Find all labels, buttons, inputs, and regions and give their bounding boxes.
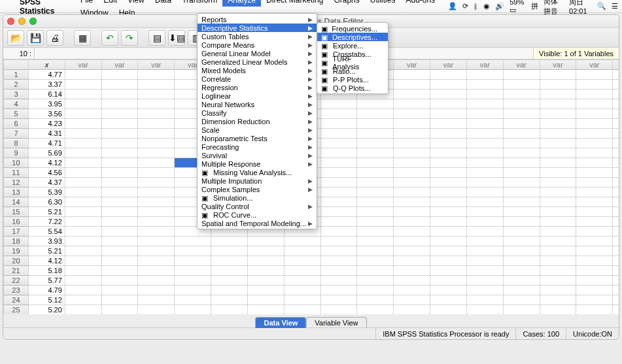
cell-empty[interactable] bbox=[320, 148, 357, 158]
cell-empty[interactable] bbox=[576, 178, 613, 188]
cell-empty[interactable] bbox=[175, 256, 211, 266]
cell-empty[interactable] bbox=[394, 129, 430, 139]
cell-empty[interactable] bbox=[430, 207, 467, 217]
cell-empty[interactable] bbox=[138, 99, 175, 109]
cell-empty[interactable] bbox=[357, 295, 394, 305]
cell-empty[interactable] bbox=[101, 246, 138, 256]
cell-empty[interactable] bbox=[357, 305, 394, 315]
cell-empty[interactable] bbox=[101, 139, 138, 148]
goto-variable-button[interactable]: ⬇▤ bbox=[168, 30, 185, 46]
column-header-blank[interactable]: var bbox=[466, 60, 503, 70]
row-number[interactable]: 10 bbox=[4, 158, 29, 168]
cell-empty[interactable] bbox=[430, 246, 467, 256]
cell-empty[interactable] bbox=[394, 295, 430, 305]
cell-empty[interactable] bbox=[357, 276, 394, 286]
row-number[interactable]: 20 bbox=[4, 256, 29, 266]
cell-empty[interactable] bbox=[65, 217, 101, 227]
cell-x[interactable]: 5.77 bbox=[28, 276, 65, 286]
cell-empty[interactable] bbox=[394, 286, 430, 295]
desc-item-descriptives[interactable]: ▣Descriptives... bbox=[317, 33, 388, 41]
cell-x[interactable]: 4.23 bbox=[28, 119, 65, 129]
cell-empty[interactable] bbox=[101, 178, 138, 188]
cell-empty[interactable] bbox=[138, 90, 175, 99]
analyze-item-missing-value-analysis[interactable]: ▣Missing Value Analysis... bbox=[198, 168, 317, 176]
analyze-item-survival[interactable]: Survival▶ bbox=[198, 151, 317, 159]
cell-empty[interactable] bbox=[320, 266, 357, 276]
cell-empty[interactable] bbox=[65, 286, 101, 295]
cell-empty[interactable] bbox=[65, 266, 101, 276]
cell-empty[interactable] bbox=[65, 70, 101, 80]
cell-empty[interactable] bbox=[503, 109, 540, 119]
cell-empty[interactable] bbox=[503, 178, 540, 188]
cell-empty[interactable] bbox=[576, 256, 613, 266]
cell-empty[interactable] bbox=[613, 295, 619, 305]
cell-empty[interactable] bbox=[503, 188, 540, 197]
analyze-item-multiple-response[interactable]: Multiple Response▶ bbox=[198, 159, 317, 168]
cell-empty[interactable] bbox=[503, 276, 540, 286]
cell-empty[interactable] bbox=[394, 227, 430, 237]
row-number[interactable]: 14 bbox=[4, 197, 29, 207]
cell-empty[interactable] bbox=[613, 305, 619, 315]
cell-empty[interactable] bbox=[430, 70, 467, 80]
cell-empty[interactable] bbox=[613, 158, 619, 168]
analyze-item-correlate[interactable]: Correlate▶ bbox=[198, 74, 317, 83]
cell-empty[interactable] bbox=[65, 80, 101, 90]
cell-empty[interactable] bbox=[576, 266, 613, 276]
cell-empty[interactable] bbox=[320, 256, 357, 266]
ime-icon[interactable]: 拼 bbox=[531, 1, 538, 11]
cell-empty[interactable] bbox=[320, 99, 357, 109]
cell-empty[interactable] bbox=[466, 168, 503, 178]
cell-empty[interactable] bbox=[284, 276, 320, 286]
cell-empty[interactable] bbox=[430, 178, 467, 188]
cell-empty[interactable] bbox=[357, 197, 394, 207]
cell-empty[interactable] bbox=[320, 295, 357, 305]
cell-x[interactable]: 5.21 bbox=[28, 246, 65, 256]
analyze-item-neural-networks[interactable]: Neural Networks▶ bbox=[198, 100, 317, 108]
cell-empty[interactable] bbox=[65, 90, 101, 99]
cell-empty[interactable] bbox=[503, 119, 540, 129]
row-number[interactable]: 25 bbox=[4, 305, 29, 315]
minimize-button[interactable] bbox=[18, 18, 26, 25]
cell-empty[interactable] bbox=[613, 139, 619, 148]
analyze-item-mixed-models[interactable]: Mixed Models▶ bbox=[198, 66, 317, 74]
cell-empty[interactable] bbox=[65, 276, 101, 286]
column-header-blank[interactable]: var bbox=[576, 60, 613, 70]
cell-empty[interactable] bbox=[65, 246, 101, 256]
menu-data[interactable]: Data bbox=[150, 0, 177, 7]
menu-view[interactable]: View bbox=[122, 0, 150, 7]
cell-empty[interactable] bbox=[613, 266, 619, 276]
cell-empty[interactable] bbox=[540, 178, 576, 188]
cell-empty[interactable] bbox=[576, 158, 613, 168]
cell-empty[interactable] bbox=[540, 80, 576, 90]
cell-empty[interactable] bbox=[320, 168, 357, 178]
cell-empty[interactable] bbox=[466, 266, 503, 276]
desc-item-q-q-plots[interactable]: ▣Q-Q Plots... bbox=[317, 84, 388, 92]
menu-add-ons[interactable]: Add-ons bbox=[400, 0, 440, 7]
cell-empty[interactable] bbox=[503, 90, 540, 99]
cell-empty[interactable] bbox=[101, 237, 138, 246]
row-number[interactable]: 23 bbox=[4, 286, 29, 295]
spotlight-icon[interactable]: 🔍 bbox=[597, 2, 606, 10]
cell-empty[interactable] bbox=[138, 295, 175, 305]
cell-empty[interactable] bbox=[430, 109, 467, 119]
analyze-item-general-linear-model[interactable]: General Linear Model▶ bbox=[198, 49, 317, 58]
cell-empty[interactable] bbox=[101, 266, 138, 276]
cell-empty[interactable] bbox=[540, 119, 576, 129]
cell-empty[interactable] bbox=[357, 207, 394, 217]
cell-empty[interactable] bbox=[394, 188, 430, 197]
cell-empty[interactable] bbox=[466, 99, 503, 109]
analyze-item-spatial-and-temporal-modeling[interactable]: Spatial and Temporal Modeling...▶ bbox=[198, 219, 317, 227]
menu-transform[interactable]: Transform bbox=[177, 0, 222, 7]
cell-empty[interactable] bbox=[430, 256, 467, 266]
cell-empty[interactable] bbox=[613, 109, 619, 119]
row-number[interactable]: 8 bbox=[4, 139, 29, 148]
cell-empty[interactable] bbox=[394, 197, 430, 207]
cell-empty[interactable] bbox=[540, 158, 576, 168]
cell-empty[interactable] bbox=[466, 129, 503, 139]
cell-empty[interactable] bbox=[430, 99, 467, 109]
cell-empty[interactable] bbox=[613, 197, 619, 207]
analyze-item-nonparametric-tests[interactable]: Nonparametric Tests▶ bbox=[198, 134, 317, 142]
cell-empty[interactable] bbox=[576, 139, 613, 148]
cell-empty[interactable] bbox=[430, 227, 467, 237]
cell-empty[interactable] bbox=[394, 246, 430, 256]
